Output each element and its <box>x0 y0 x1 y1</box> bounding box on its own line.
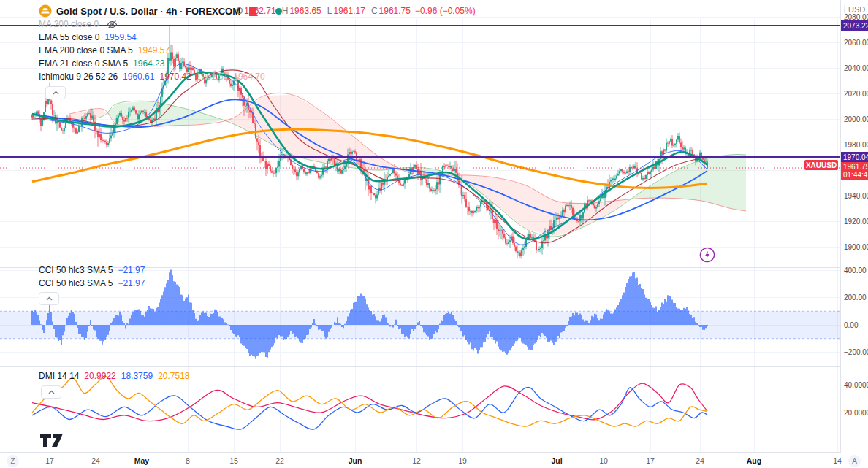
high-label: H <box>282 6 289 16</box>
lightning-alert-button[interactable] <box>699 247 715 263</box>
close-value: 1961.75 <box>379 6 411 16</box>
chart-canvas[interactable] <box>0 0 868 468</box>
legend-cci2-value: −21.97 <box>118 278 145 288</box>
axis-price-label: 400.00 <box>844 266 867 275</box>
last-price-value: 1961.75 <box>843 163 868 171</box>
eye-slash-icon[interactable] <box>107 20 118 29</box>
legend-dmi-label: DMI 14 14 <box>39 371 79 381</box>
level-badge-1970: 1970.04 <box>841 152 868 162</box>
legend-ema55[interactable]: EMA 55 close 0 1959.54 <box>39 32 137 42</box>
axis-time-label: 8 <box>186 456 190 465</box>
axis-price-label: 2000.00 <box>844 115 868 123</box>
tradingview-logo[interactable] <box>40 433 71 450</box>
legend-adx-value: 20.9922 <box>84 371 115 381</box>
legend-ma200-label: MA 200 close 0 <box>39 19 99 29</box>
chevron-up-icon <box>48 390 55 394</box>
legend-ichimoku[interactable]: Ichimoku 9 26 52 26 1960.61 1970.42 1961… <box>39 72 265 82</box>
axis-time-label: 15 <box>229 456 238 465</box>
legend-cci-2[interactable]: CCI 50 hlc3 SMA 5 −21.97 <box>39 278 145 288</box>
axis-time-label: Jul <box>551 456 562 465</box>
time-axis[interactable]: 1724May81522Jun1219Jul101724Aug14 <box>0 453 868 468</box>
auto-scale-button[interactable]: A <box>848 455 861 467</box>
axis-time-label: 17 <box>646 456 655 465</box>
axis-time-label: 17 <box>45 456 54 465</box>
axis-price-label: 2040.00 <box>844 64 868 72</box>
axis-time-label: Jun <box>349 456 362 465</box>
dmi-pane-collapse-button[interactable] <box>41 385 61 399</box>
legend-ema200-label: EMA 200 close 0 SMA 5 <box>39 45 133 55</box>
legend-dmi[interactable]: DMI 14 14 20.9922 18.3759 20.7518 <box>39 371 190 381</box>
legend-ema200[interactable]: EMA 200 close 0 SMA 5 1949.57 <box>39 45 170 55</box>
bar-countdown: 01:44:4 <box>843 171 867 179</box>
axis-price-label: 40.0000 <box>844 381 868 389</box>
legend-ema200-value: 1949.57 <box>138 45 170 55</box>
auto-scale-label: A <box>852 457 857 465</box>
chevron-up-icon <box>53 91 59 95</box>
symbol-price-badge[interactable]: XAUUSD <box>804 160 838 170</box>
cci-pane-collapse-button[interactable] <box>39 292 59 305</box>
last-price-badge: 1961.75 01:44:4 <box>841 162 868 180</box>
axis-time-label: 24 <box>91 456 100 465</box>
legend-cci-1[interactable]: CCI 50 hlc3 SMA 5 −21.97 <box>39 265 145 275</box>
axis-price-label: 2020.00 <box>844 90 868 98</box>
legend-ma200[interactable]: MA 200 close 0 <box>39 19 118 29</box>
legend-ema21-value: 1964.23 <box>133 58 164 69</box>
low-value: 1961.17 <box>333 6 365 16</box>
close-label: C <box>371 6 378 16</box>
axis-time-label: 12 <box>412 456 421 465</box>
legend-kijun-value: 1970.42 <box>159 72 191 82</box>
lightning-bolt-icon <box>699 247 715 263</box>
legend-minusdi-value: 20.7518 <box>158 371 189 381</box>
legend-ema55-label: EMA 55 close 0 <box>39 32 99 42</box>
symbol-logo-icon[interactable] <box>39 4 52 18</box>
axis-time-label: 22 <box>275 456 284 465</box>
zoom-out-label: Z <box>10 457 15 465</box>
legend-ema21-label: EMA 21 close 0 SMA 5 <box>39 58 128 69</box>
legend-cci2-label: CCI 50 hlc3 SMA 5 <box>39 278 113 288</box>
ohlc-readout: O 1962.71 H 1963.65 L 1961.17 C 1961.75 … <box>232 6 476 16</box>
axis-price-label: −200.00 <box>844 348 868 356</box>
axis-price-label: 1940.00 <box>844 192 868 200</box>
axis-price-label: 1900.00 <box>844 243 868 251</box>
high-value: 1963.65 <box>289 6 321 16</box>
price-axis[interactable]: USD 2073.22 1970.04 1961.75 01:44:4 2080… <box>840 0 868 468</box>
axis-price-label: 0.00 <box>844 321 858 329</box>
tradingview-chart-window: Gold Spot / U.S. Dollar · 4h · FOREXCOM … <box>0 0 868 468</box>
legend-plusdi-value: 18.3759 <box>121 371 153 381</box>
zoom-out-button[interactable]: Z <box>7 455 19 467</box>
symbol-title[interactable]: Gold Spot / U.S. Dollar · 4h · FOREXCOM <box>56 6 240 17</box>
level-badge-2073: 2073.22 <box>841 20 868 31</box>
legend-ema55-value: 1959.54 <box>104 32 136 42</box>
axis-price-label: 2080.00 <box>844 13 868 21</box>
open-label: O <box>236 6 243 16</box>
legend-ichimoku-label: Ichimoku 9 26 52 26 <box>39 72 118 82</box>
main-pane-collapse-button[interactable] <box>45 86 66 99</box>
axis-time-label: 24 <box>696 456 704 465</box>
low-label: L <box>327 6 332 16</box>
legend-cci1-label: CCI 50 hlc3 SMA 5 <box>39 265 113 275</box>
axis-time-label: May <box>134 456 149 465</box>
axis-price-label: 2060.00 <box>844 39 868 47</box>
legend-ema21[interactable]: EMA 21 close 0 SMA 5 1964.23 <box>39 58 164 69</box>
legend-tenkan-value: 1960.61 <box>123 72 154 82</box>
axis-price-label: 200.00 <box>844 294 867 302</box>
axis-time-label: 10 <box>599 456 608 465</box>
legend-senkoua-value: 1961.51 <box>197 72 228 82</box>
axis-time-label: 19 <box>458 456 467 465</box>
legend-cci1-value: −21.97 <box>118 265 145 275</box>
chevron-up-icon <box>46 296 53 301</box>
open-value: 1962.71 <box>244 6 275 16</box>
axis-price-label: 20.0000 <box>844 409 868 417</box>
axis-time-label: Aug <box>747 456 761 465</box>
legend-senkoub-value: 1964.70 <box>233 72 264 82</box>
axis-time-label: 14 <box>833 456 842 465</box>
axis-price-label: 1980.00 <box>844 141 868 149</box>
axis-price-label: 1920.00 <box>844 218 868 226</box>
change-value: −0.96 (−0.05%) <box>415 6 476 16</box>
